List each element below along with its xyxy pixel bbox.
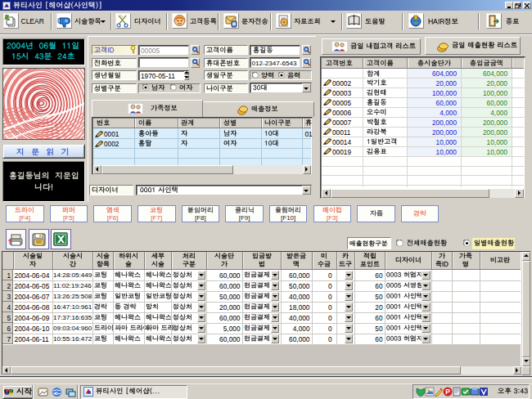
svg-text:e: e <box>55 388 58 397</box>
svg-text:P: P <box>445 388 450 396</box>
